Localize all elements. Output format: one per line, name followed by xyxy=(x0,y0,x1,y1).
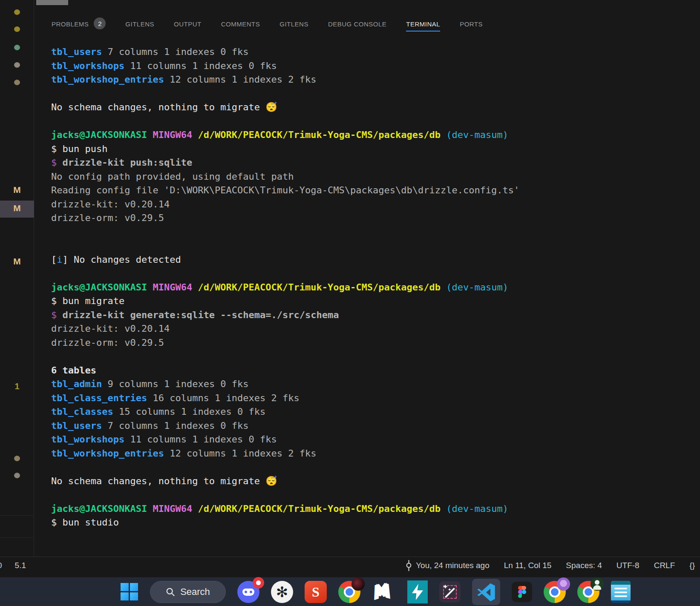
terminal-text-segment: /d/WORK/PEACOCK/Trimuk-Yoga-CMS/packages… xyxy=(192,129,441,140)
terminal-text-segment: 7 columns 1 indexes 0 fks xyxy=(102,420,248,431)
git-modified-badge: M xyxy=(0,256,34,267)
tab-label: PORTS xyxy=(460,15,483,32)
tab-label: COMMENTS xyxy=(221,15,260,32)
terminal-text-segment: $ xyxy=(51,310,63,320)
terminal-text-segment: MINGW64 xyxy=(153,503,192,514)
terminal-line xyxy=(51,488,696,502)
status-item-label: CRLF xyxy=(654,561,675,570)
terminal-line xyxy=(51,350,696,364)
status-item-spaces-4[interactable]: Spaces: 4 xyxy=(566,561,602,570)
chrome-profile-1-button[interactable] xyxy=(338,581,360,603)
terminal-line xyxy=(51,239,696,253)
terminal-line: drizzle-orm: v0.29.5 xyxy=(51,336,696,350)
terminal-panel: PROBLEMS2GITLENSOUTPUTCOMMENTSGITLENSDEB… xyxy=(35,0,700,557)
chrome-profile-2-button[interactable] xyxy=(544,581,566,603)
status-item-crlf[interactable]: CRLF xyxy=(654,561,675,570)
windows-start-button[interactable] xyxy=(121,583,138,601)
tab-3-comments[interactable]: COMMENTS xyxy=(211,15,270,32)
profile-avatar xyxy=(557,577,570,591)
terminal-output[interactable]: tbl_users 7 columns 1 indexes 0 fkstbl_w… xyxy=(35,39,700,530)
status-item-[interactable]: {} xyxy=(689,561,695,570)
notepad-app-button[interactable] xyxy=(611,581,631,603)
tab-label: DEBUG CONSOLE xyxy=(328,15,386,32)
terminal-line: No config path provided, using default p… xyxy=(51,170,696,184)
red-app-button[interactable]: S xyxy=(305,581,327,603)
status-item-utf-8[interactable]: UTF-8 xyxy=(616,561,640,570)
terminal-line: drizzle-kit: v0.20.14 xyxy=(51,322,696,336)
tab-6-terminal[interactable]: TERMINAL xyxy=(396,15,450,32)
status-item-ln-11-col-15[interactable]: Ln 11, Col 15 xyxy=(504,561,552,570)
status-item-errors[interactable]: 0 xyxy=(0,561,2,570)
taskbar-search-box[interactable]: Search xyxy=(150,581,226,603)
chrome-profile-3-button[interactable] xyxy=(577,581,599,603)
terminal-text-segment: /d/WORK/PEACOCK/Trimuk-Yoga-CMS/packages… xyxy=(192,282,441,293)
terminal-text-segment: Reading config file 'D:\WORK\PEACOCK\Tri… xyxy=(51,185,519,195)
terminal-text-segment: (dev-masum) xyxy=(441,129,508,140)
status-bar-left: 0 5.1 xyxy=(0,561,26,570)
status-item-metric[interactable]: 5.1 xyxy=(15,561,26,570)
panel-tab-bar: PROBLEMS2GITLENSOUTPUTCOMMENTSGITLENSDEB… xyxy=(35,8,700,39)
terminal-text-segment: 12 columns 1 indexes 2 fks xyxy=(164,74,317,85)
terminal-text-segment: $ bun push xyxy=(51,144,107,154)
terminal-text-segment: drizzle-kit: v0.20.14 xyxy=(51,323,170,334)
terminal-line xyxy=(51,115,696,129)
scrollbar-thumb[interactable] xyxy=(36,0,68,5)
terminal-line: Reading config file 'D:\WORK\PEACOCK\Tri… xyxy=(51,184,696,198)
terminal-line: drizzle-orm: v0.29.5 xyxy=(51,211,696,225)
tab-0-problems[interactable]: PROBLEMS2 xyxy=(42,15,115,32)
terminal-text-segment: tbl_workshops xyxy=(51,434,124,445)
terminal-text-segment: jacks@JACKSONKASI xyxy=(51,129,147,140)
status-item-you-24-minutes-ago[interactable]: You, 24 minutes ago xyxy=(406,560,490,571)
terminal-line: 6 tables xyxy=(51,364,696,378)
tab-4-gitlens[interactable]: GITLENS xyxy=(270,15,318,32)
file-icon-dot xyxy=(14,456,20,461)
terminal-text-segment: 11 columns 1 indexes 0 fks xyxy=(124,60,277,71)
terminal-line: tbl_workshops 11 columns 1 indexes 0 fks xyxy=(51,59,696,73)
chatgpt-app-button[interactable]: ✻ xyxy=(271,581,293,603)
status-item-label: UTF-8 xyxy=(616,561,640,570)
vscode-window: M M M 1 PROBLEMS2GITLENSOUTPUTCOMMENTSGI… xyxy=(0,0,700,606)
windows-logo-icon xyxy=(121,583,138,601)
design-app-button[interactable]: AA xyxy=(372,581,396,603)
terminal-text-segment: No schema changes, nothing to migrate xyxy=(51,476,265,486)
terminal-text-segment: $ bun studio xyxy=(51,517,119,528)
tab-7-ports[interactable]: PORTS xyxy=(450,15,493,32)
discord-app-button[interactable] xyxy=(237,581,259,603)
thunder-client-button[interactable] xyxy=(407,580,428,603)
tab-5-debug-console[interactable]: DEBUG CONSOLE xyxy=(318,15,396,32)
terminal-text-segment: MINGW64 xyxy=(153,129,192,140)
terminal-text-segment: 15 columns 1 indexes 0 fks xyxy=(113,406,266,417)
terminal-line: [i] No changes detected xyxy=(51,253,696,267)
terminal-text-segment: tbl_workshop_entries xyxy=(51,448,164,459)
terminal-text-segment: 😴 xyxy=(265,476,277,486)
file-icon-dot xyxy=(14,62,20,68)
terminal-text-segment: 9 columns 1 indexes 0 fks xyxy=(102,379,248,389)
terminal-line: $ drizzle-kit push:sqlite xyxy=(51,156,696,170)
terminal-line: tbl_admin 9 columns 1 indexes 0 fks xyxy=(51,377,696,391)
git-modified-badge: M xyxy=(0,185,34,195)
search-icon xyxy=(166,587,175,597)
terminal-text-segment xyxy=(147,282,153,293)
terminal-text-segment: drizzle-kit generate:sqlite --schema=./s… xyxy=(63,310,339,320)
taskbar-icons-row: Search ✻ S AA xyxy=(121,577,631,606)
terminal-line: tbl_workshops 11 columns 1 indexes 0 fks xyxy=(51,433,696,447)
figma-app-button[interactable] xyxy=(512,582,532,602)
terminal-text-segment: drizzle-kit push:sqlite xyxy=(63,157,193,168)
terminal-text-segment: jacks@JACKSONKASI xyxy=(51,503,147,514)
terminal-line: $ bun push xyxy=(51,142,696,156)
problems-count-badge: 2 xyxy=(94,17,106,29)
tab-1-gitlens[interactable]: GITLENS xyxy=(115,15,164,32)
git-modified-badge: M xyxy=(0,203,34,213)
tab-2-output[interactable]: OUTPUT xyxy=(164,15,211,32)
terminal-text-segment: 12 columns 1 indexes 2 fks xyxy=(164,448,317,459)
terminal-text-segment: (dev-masum) xyxy=(441,282,508,293)
terminal-text-segment: drizzle-orm: v0.29.5 xyxy=(51,337,164,348)
screenshot-tool-button[interactable]: ✦ ✦ xyxy=(439,581,461,603)
terminal-text-segment: (dev-masum) xyxy=(441,503,508,514)
vscode-app-button-active[interactable] xyxy=(472,579,500,605)
terminal-text-segment: tbl_workshops xyxy=(51,60,124,71)
terminal-text-segment: [ xyxy=(51,254,57,265)
terminal-line xyxy=(51,460,696,474)
status-bar-right: You, 24 minutes agoLn 11, Col 15Spaces: … xyxy=(406,560,700,571)
chatgpt-icon: ✻ xyxy=(271,581,293,603)
